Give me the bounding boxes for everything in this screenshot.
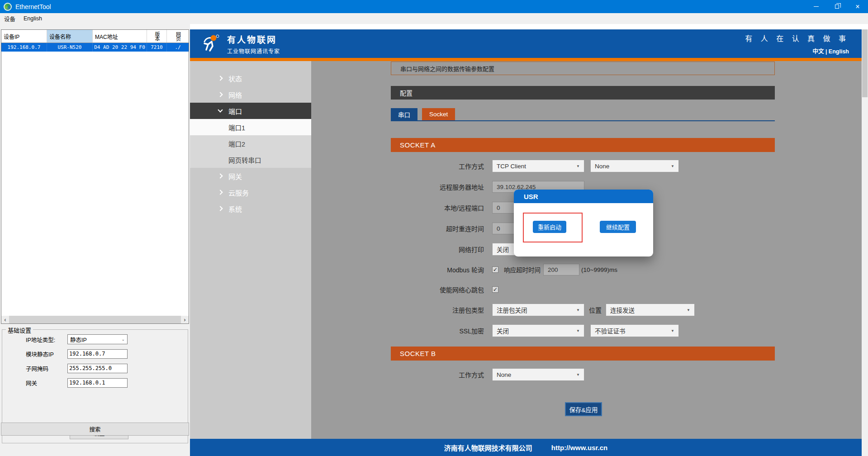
reconnect-time-label: 超时重连时间 <box>391 224 484 233</box>
chevron-right-icon <box>218 206 223 211</box>
modbus-timeout-label: 响应超时时间 <box>504 265 541 274</box>
modbus-poll-checkbox[interactable] <box>492 266 498 273</box>
ip-type-label: IP地址类型: <box>26 335 67 344</box>
titlebar: EthernetTool × <box>0 0 868 13</box>
language-switch[interactable]: 中文 | English <box>745 47 849 55</box>
usr-runner-icon <box>200 33 221 55</box>
tab-socket[interactable]: Socket <box>422 108 455 120</box>
menu-english[interactable]: English <box>19 13 46 24</box>
regpkt-type-label: 注册包类型 <box>391 305 484 314</box>
regpkt-type-select[interactable]: 注册包关闭 ▼ <box>492 304 584 316</box>
regpkt-position-label: 位置 <box>589 305 602 314</box>
window-title: EthernetTool <box>15 3 51 10</box>
static-ip-input[interactable] <box>67 349 128 359</box>
work-mode-label: 工作方式 <box>391 162 484 171</box>
sidebar-item-gateway[interactable]: 网关 <box>190 168 311 184</box>
cell-device-name: USR-N520 <box>47 43 93 52</box>
restore-icon <box>835 5 839 9</box>
tab-serial[interactable]: 串口 <box>391 108 417 120</box>
vertical-scrollbar-thumb[interactable] <box>862 29 868 97</box>
web-header: 有人物联网 工业物联网通讯专家 有 人 在 认 真 做 事 中文 | Engli… <box>190 29 862 58</box>
web-footer: 济南有人物联网技术有限公司 http://www.usr.cn <box>190 439 862 456</box>
web-tagline: 有 人 在 认 真 做 事 <box>745 33 849 43</box>
col-header-device-name[interactable]: 设备名称 <box>47 30 93 43</box>
continue-config-button[interactable]: 继续配置 <box>600 221 636 233</box>
cell-mac: D4 AD 20 22 94 F0 <box>93 43 147 52</box>
sidebar-item-status[interactable]: 状态 <box>190 70 311 86</box>
col-header-version[interactable]: 版本 <box>147 30 167 43</box>
web-slogan: 工业物联网通讯专家 <box>227 47 280 55</box>
socket-b-work-mode-label: 工作方式 <box>391 370 484 379</box>
col-header-device-ip[interactable]: 设备IP <box>1 30 47 43</box>
modbus-timeout-input[interactable]: 200 <box>543 264 579 276</box>
sidebar-item-network[interactable]: 网络 <box>190 86 311 103</box>
col-header-webpage[interactable]: 网页 <box>167 30 189 43</box>
cell-version: 7210 <box>147 43 167 52</box>
app-icon <box>4 3 12 11</box>
scroll-left-icon[interactable]: ‹ <box>1 316 9 323</box>
scroll-track[interactable] <box>9 316 181 323</box>
ssl-cert-select[interactable]: 不验证证书 ▼ <box>590 324 679 337</box>
remote-addr-label: 远程服务器地址 <box>391 182 484 191</box>
footer-company: 济南有人物联网技术有限公司 <box>444 443 532 452</box>
net-print-label: 网络打印 <box>391 245 484 254</box>
modbus-timeout-range: (10~9999)ms <box>581 266 617 273</box>
web-brand: 有人物联网 <box>227 33 280 45</box>
gateway-input[interactable] <box>67 378 128 388</box>
dropdown-arrow-icon: ▼ <box>687 308 690 312</box>
usr-logo-bottom: 有人物联网 <box>0 440 190 456</box>
chevron-right-icon <box>218 190 223 195</box>
sidebar-item-system[interactable]: 系统 <box>190 200 311 217</box>
sidebar-item-port2[interactable]: 端口2 <box>190 135 311 152</box>
scroll-right-icon[interactable]: › <box>181 316 189 323</box>
close-icon: × <box>855 3 859 10</box>
work-mode-secondary-select[interactable]: None ▼ <box>590 160 679 172</box>
subnet-mask-input[interactable] <box>67 364 128 373</box>
menubar: 设备 English <box>0 13 868 24</box>
chevron-down-icon <box>218 107 223 112</box>
socket-b-header: SOCKET B <box>391 347 775 361</box>
save-apply-button[interactable]: 保存&应用 <box>565 402 602 416</box>
minimize-button[interactable] <box>806 0 826 13</box>
chevron-right-icon <box>218 173 223 178</box>
menu-device[interactable]: 设备 <box>0 13 19 24</box>
close-button[interactable]: × <box>847 0 868 13</box>
basic-settings-title: 基础设置 <box>6 326 33 334</box>
socket-a-header: SOCKET A <box>391 138 775 152</box>
modbus-poll-label: Modbus 轮询 <box>391 265 484 274</box>
cell-webpage-link[interactable]: ./ <box>167 43 189 52</box>
chevron-right-icon <box>218 76 223 81</box>
web-sidebar: 状态 网络 端口 端口1 端口2 网页转串口 网关 云服务 系统 <box>190 61 311 439</box>
chevron-down-icon: ⌄ <box>121 337 125 342</box>
config-section-title: 配置 <box>391 86 775 100</box>
ssl-select[interactable]: 关闭 ▼ <box>492 324 584 337</box>
device-row[interactable]: 192.168.0.7 USR-N520 D4 AD 20 22 94 F0 7… <box>1 43 189 52</box>
ip-type-select[interactable]: 静态IP ⌄ <box>67 334 128 344</box>
sidebar-item-cloud[interactable]: 云服务 <box>190 184 311 200</box>
local-remote-port-label: 本地/远程端口 <box>391 203 484 212</box>
heartbeat-checkbox[interactable] <box>492 286 498 293</box>
dropdown-arrow-icon: ▼ <box>576 164 580 168</box>
restart-button[interactable]: 重新启动 <box>533 221 566 233</box>
static-ip-label: 模块静态IP <box>26 350 67 358</box>
vertical-scrollbar[interactable] <box>862 29 868 456</box>
work-mode-select[interactable]: TCP Client ▼ <box>492 160 584 172</box>
restore-button[interactable] <box>826 0 847 13</box>
sidebar-item-port1[interactable]: 端口1 <box>190 119 311 135</box>
usr-dialog-title: USR <box>514 190 653 203</box>
minimize-icon <box>814 6 819 7</box>
dropdown-arrow-icon: ▼ <box>671 329 674 333</box>
horizontal-scrollbar[interactable]: ‹ › <box>1 316 189 323</box>
page-description: 串口与网络之间的数据传输参数配置 <box>391 62 775 75</box>
sidebar-item-port[interactable]: 端口 <box>190 103 311 119</box>
ssl-label: SSL加密 <box>391 326 484 335</box>
tab-bar: 串口 Socket <box>391 108 775 121</box>
sidebar-item-web2serial[interactable]: 网页转串口 <box>190 152 311 168</box>
heartbeat-label: 使能网络心跳包 <box>391 285 484 294</box>
regpkt-position-select[interactable]: 连接发送 ▼ <box>606 304 695 316</box>
search-button[interactable]: 搜索 <box>1 423 189 436</box>
header-accent-strip <box>190 58 862 61</box>
footer-url-link[interactable]: http://www.usr.cn <box>551 444 607 451</box>
col-header-mac[interactable]: MAC地址 <box>93 30 147 43</box>
socket-b-work-mode-select[interactable]: None ▼ <box>492 368 584 381</box>
